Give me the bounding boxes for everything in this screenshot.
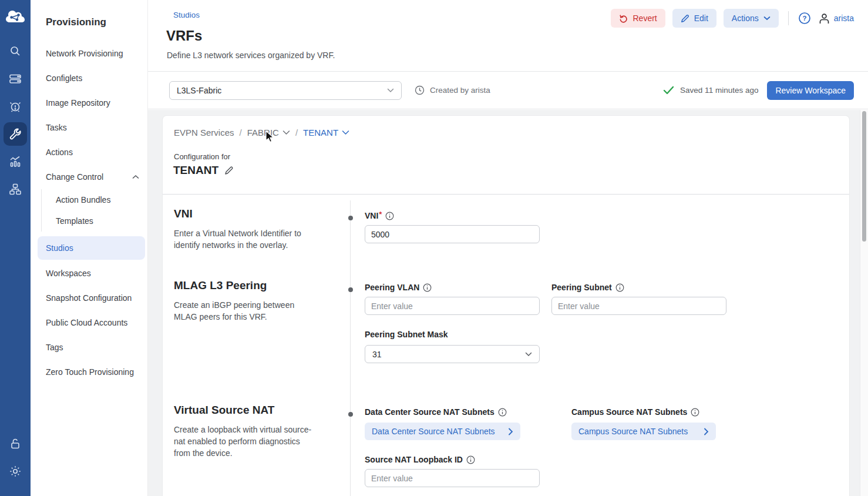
breadcrumb-studios-link[interactable]: Studios <box>173 11 200 19</box>
edit-pencil-icon[interactable] <box>224 166 234 175</box>
user-menu[interactable]: arista <box>818 12 854 25</box>
chevron-right-icon <box>704 428 709 435</box>
workspace-select[interactable]: L3LS-Fabric <box>169 81 402 100</box>
studio-breadcrumb: EVPN Services / FABRIC / TENANT <box>174 128 349 138</box>
created-by-text: Created by arista <box>430 86 490 95</box>
vni-field-label: VNI <box>365 211 382 220</box>
peering-subnet-mask-select[interactable]: 31 <box>365 345 540 363</box>
chevron-down-icon <box>282 130 290 135</box>
configuration-for-label: Configuration for <box>174 152 230 161</box>
revert-icon <box>619 14 628 23</box>
dashboards-icon[interactable] <box>4 150 27 173</box>
section-mlag-l3-peering: MLAG L3 Peering Create an iBGP peering b… <box>163 272 849 396</box>
actions-menu-button[interactable]: Actions <box>724 9 779 28</box>
devices-icon[interactable] <box>4 67 27 91</box>
edit-button[interactable]: Edit <box>672 9 716 28</box>
info-icon[interactable] <box>423 283 432 292</box>
campus-source-nat-subnets-button[interactable]: Campus Source NAT Subnets <box>571 423 716 440</box>
sidebar-item-network-provisioning[interactable]: Network Provisioning <box>31 41 147 66</box>
vni-input[interactable] <box>365 225 540 243</box>
settings-gear-icon[interactable] <box>4 460 27 483</box>
sidebar-item-configlets[interactable]: Configlets <box>31 66 147 91</box>
peering-subnet-label: Peering Subnet <box>551 283 612 292</box>
peering-vlan-label: Peering VLAN <box>365 283 419 292</box>
section-vni: VNI Enter a Virtual Network Identifier t… <box>163 195 849 272</box>
chevron-down-icon <box>763 16 771 21</box>
page-title: VRFs <box>166 28 202 44</box>
revert-button[interactable]: Revert <box>611 9 665 28</box>
arista-cloud-logo-icon[interactable] <box>5 9 25 25</box>
change-control-label: Change Control <box>46 172 103 182</box>
configuration-target-name: TENANT <box>173 164 218 177</box>
sidebar-item-action-bundles[interactable]: Action Bundles <box>42 189 147 210</box>
scrollbar-track[interactable] <box>860 110 868 496</box>
sidebar-title: Provisioning <box>31 16 147 28</box>
section-virtual-source-nat: Virtual Source NAT Create a loopback wit… <box>163 396 849 496</box>
section-description: Create an iBGP peering between MLAG peer… <box>174 299 317 323</box>
page-header: Studios VRFs Define L3 network services … <box>148 0 868 72</box>
chevron-down-icon <box>525 352 532 357</box>
page-subtitle: Define L3 network services organized by … <box>167 51 335 60</box>
saved-check-icon <box>663 86 674 95</box>
workspace-bar: L3LS-Fabric Created by arista Saved 11 m… <box>148 72 868 109</box>
sidebar-item-public-cloud-accounts[interactable]: Public Cloud Accounts <box>31 310 147 335</box>
sidebar-item-tasks[interactable]: Tasks <box>31 115 147 140</box>
peering-subnet-mask-value: 31 <box>372 350 382 359</box>
sidebar-item-actions[interactable]: Actions <box>31 140 147 165</box>
svg-text:?: ? <box>802 15 806 22</box>
info-icon[interactable] <box>466 455 475 464</box>
provisioning-sidebar: Provisioning Network Provisioning Config… <box>31 0 148 496</box>
section-description: Enter a Virtual Network Identifier to id… <box>174 227 317 251</box>
source-nat-loopback-id-label: Source NAT Loopback ID <box>365 455 463 464</box>
edit-label: Edit <box>694 14 708 23</box>
search-icon[interactable] <box>4 39 27 63</box>
main-area: Studios VRFs Define L3 network services … <box>148 0 868 496</box>
pencil-icon <box>681 14 689 23</box>
help-icon[interactable]: ? <box>798 12 811 25</box>
clock-icon <box>415 85 425 95</box>
breadcrumb-tenant-dropdown[interactable]: TENANT <box>303 128 349 138</box>
chevron-down-icon <box>342 130 349 135</box>
sidebar-item-change-control[interactable]: Change Control <box>31 165 147 189</box>
sidebar-item-snapshot-configuration[interactable]: Snapshot Configuration <box>31 286 147 310</box>
chevron-up-icon <box>132 175 139 179</box>
user-icon <box>818 12 830 25</box>
provisioning-icon[interactable] <box>4 122 27 146</box>
studio-form: VNI Enter a Virtual Network Identifier t… <box>163 195 849 496</box>
section-title: MLAG L3 Peering <box>174 279 317 292</box>
campus-source-nat-subnets-label: Campus Source NAT Subnets <box>571 407 687 417</box>
sidebar-item-image-repository[interactable]: Image Repository <box>31 91 147 115</box>
peering-subnet-mask-label: Peering Subnet Mask <box>365 330 448 339</box>
peering-subnet-input[interactable] <box>551 297 726 315</box>
sidebar-item-zero-touch-provisioning[interactable]: Zero Touch Provisioning <box>31 360 147 384</box>
revert-label: Revert <box>633 14 657 23</box>
content-background: EVPN Services / FABRIC / TENANT Configur… <box>148 110 868 496</box>
info-icon[interactable] <box>615 283 624 292</box>
unlock-icon[interactable] <box>4 432 27 455</box>
user-name: arista <box>834 14 854 23</box>
sidebar-item-tags[interactable]: Tags <box>31 335 147 360</box>
info-icon[interactable] <box>691 408 699 417</box>
topology-icon[interactable] <box>4 177 27 201</box>
scrollbar-thumb[interactable] <box>862 111 866 242</box>
review-workspace-button[interactable]: Review Workspace <box>767 81 854 100</box>
source-nat-loopback-id-input[interactable] <box>365 469 540 487</box>
icon-rail <box>0 0 31 496</box>
breadcrumb-evpn-services[interactable]: EVPN Services <box>174 128 234 138</box>
section-title: Virtual Source NAT <box>174 404 317 417</box>
breadcrumb-fabric-dropdown[interactable]: FABRIC <box>247 128 290 138</box>
workspace-created-by: Created by arista <box>415 85 490 95</box>
info-icon[interactable] <box>385 212 394 220</box>
info-icon[interactable] <box>498 408 507 417</box>
dc-source-nat-subnets-label: Data Center Source NAT Subnets <box>365 407 494 417</box>
sidebar-item-studios[interactable]: Studios <box>38 236 145 260</box>
events-icon[interactable] <box>4 95 27 118</box>
sidebar-item-templates[interactable]: Templates <box>42 210 147 232</box>
sidebar-item-workspaces[interactable]: Workspaces <box>31 261 147 286</box>
dc-source-nat-subnets-button[interactable]: Data Center Source NAT Subnets <box>365 423 520 440</box>
actions-label: Actions <box>732 14 759 23</box>
chevron-down-icon <box>387 88 394 93</box>
chevron-right-icon <box>508 428 513 435</box>
peering-vlan-input[interactable] <box>365 297 540 315</box>
section-description: Create a loopback with virtual source-na… <box>174 424 317 459</box>
